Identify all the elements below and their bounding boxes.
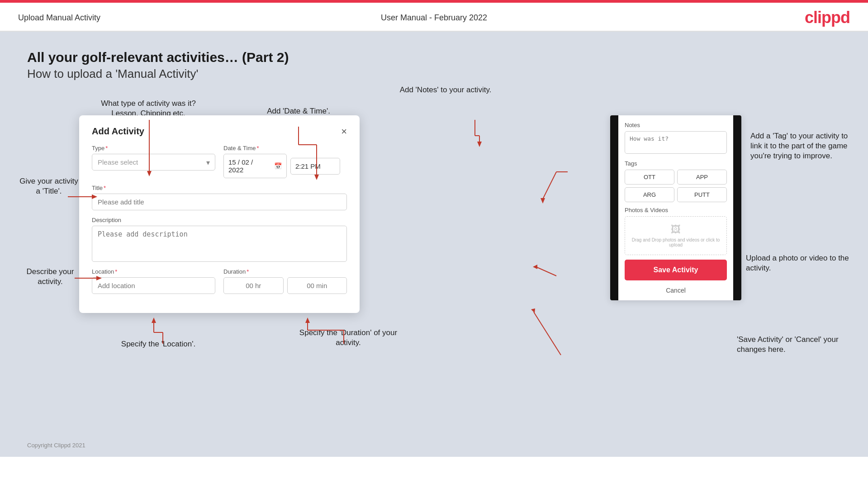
description-label: Description	[92, 217, 347, 223]
svg-marker-22	[477, 142, 482, 147]
tag-app[interactable]: APP	[677, 170, 727, 185]
annotation-describe: Describe your activity.	[21, 267, 80, 287]
calendar-icon: 📅	[274, 162, 282, 170]
date-time-group: 15 / 02 / 2022 📅	[223, 154, 347, 178]
cancel-link[interactable]: Cancel	[625, 284, 727, 300]
top-bar: Upload Manual Activity User Manual - Feb…	[0, 3, 868, 32]
notes-textarea[interactable]	[625, 131, 727, 154]
page-title: Upload Manual Activity	[18, 13, 100, 23]
duration-label: Duration*	[223, 268, 347, 275]
svg-marker-14	[152, 317, 156, 323]
svg-line-28	[534, 312, 561, 355]
title-group: Title*	[92, 185, 347, 210]
photo-upload-text: Drag and Drop photos and videos or click…	[629, 237, 723, 247]
tag-ott[interactable]: OTT	[625, 170, 674, 185]
logo: clippd	[805, 8, 850, 27]
main-content: All your golf-relevant activities… (Part…	[0, 32, 868, 457]
svg-line-24	[543, 172, 556, 199]
tag-putt[interactable]: PUTT	[677, 187, 727, 202]
location-group: Location*	[92, 268, 215, 294]
type-group: Type* Please select ▾	[92, 145, 215, 178]
svg-marker-29	[531, 308, 535, 313]
location-duration-row: Location* Duration*	[92, 268, 347, 294]
dialog-header: Add Activity ×	[92, 126, 347, 137]
duration-group: Duration*	[223, 268, 347, 294]
save-activity-button[interactable]: Save Activity	[625, 260, 727, 280]
annotation-tag: Add a 'Tag' to your activity to link it …	[750, 131, 854, 161]
title-input[interactable]	[92, 194, 347, 210]
copyright: Copyright Clippd 2021	[27, 442, 85, 449]
title-label: Title*	[92, 185, 347, 191]
phone-panel: Notes Tags OTT APP ARG PUTT Photos & Vid…	[610, 115, 741, 300]
tag-arg[interactable]: ARG	[625, 187, 674, 202]
description-group: Description	[92, 217, 347, 262]
phone-black-bar-left	[610, 115, 618, 300]
type-select-wrapper[interactable]: Please select ▾	[92, 154, 215, 171]
time-input[interactable]	[290, 158, 340, 175]
section-subtitle: How to upload a 'Manual Activity'	[27, 67, 841, 81]
add-activity-dialog: Add Activity × Type* Please select ▾ Dat…	[79, 115, 360, 313]
type-label: Type*	[92, 145, 215, 152]
photo-icon: 🖼	[671, 224, 681, 236]
tags-grid: OTT APP ARG PUTT	[625, 170, 727, 202]
photos-label: Photos & Videos	[625, 207, 727, 213]
type-select[interactable]: Please select	[92, 154, 215, 171]
type-datetime-row: Type* Please select ▾ Date & Time* 15 / …	[92, 145, 347, 178]
date-input[interactable]: 15 / 02 / 2022 📅	[223, 154, 287, 178]
annotation-duration: Specify the 'Duration' of your activity.	[294, 328, 403, 348]
svg-marker-25	[541, 198, 545, 204]
phone-black-bar-right	[733, 115, 741, 300]
datetime-group: Date & Time* 15 / 02 / 2022 📅	[223, 145, 347, 178]
photo-upload-box[interactable]: 🖼 Drag and Drop photos and videos or cli…	[625, 216, 727, 255]
duration-mins-input[interactable]	[287, 277, 347, 294]
annotation-save: 'Save Activity' or 'Cancel' your changes…	[737, 335, 854, 355]
description-textarea[interactable]	[92, 226, 347, 262]
duration-hours-input[interactable]	[223, 277, 284, 294]
annotation-upload: Upload a photo or video to the activity.	[746, 253, 854, 273]
location-input[interactable]	[92, 277, 215, 294]
location-label: Location*	[92, 268, 215, 275]
section-title: All your golf-relevant activities… (Part…	[27, 50, 841, 65]
duration-inputs	[223, 277, 347, 294]
dialog-title: Add Activity	[92, 126, 144, 137]
annotation-notes: Add 'Notes' to your activity.	[398, 85, 493, 95]
tags-label: Tags	[625, 160, 727, 167]
svg-line-26	[536, 267, 556, 276]
annotation-location: Specify the 'Location'.	[113, 339, 204, 349]
notes-label: Notes	[625, 122, 727, 128]
phone-panel-inner: Notes Tags OTT APP ARG PUTT Photos & Vid…	[618, 115, 733, 300]
annotation-date-time: Add 'Date & Time'.	[258, 106, 339, 116]
datetime-label: Date & Time*	[223, 145, 347, 152]
manual-title: User Manual - February 2022	[381, 13, 487, 23]
svg-marker-27	[533, 265, 537, 269]
svg-marker-18	[305, 317, 310, 323]
annotation-give-title: Give your activity a 'Title'.	[17, 176, 81, 196]
close-button[interactable]: ×	[341, 127, 347, 137]
